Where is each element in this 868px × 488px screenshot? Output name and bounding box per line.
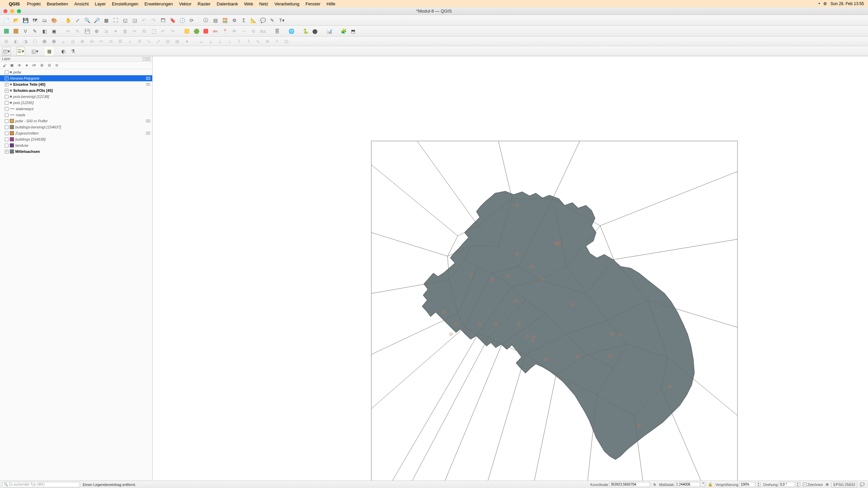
zoom-out-button[interactable]: 🔎 [92,16,101,25]
new-memory-button[interactable]: ◧ [40,27,49,36]
zoom-next-button[interactable]: ↷ [149,16,158,25]
voronoi-edge[interactable] [371,232,448,256]
rotation-input[interactable] [779,482,795,487]
voronoi-edge[interactable] [532,375,556,481]
move-label-button[interactable]: ↔ [239,27,248,36]
temporal-button[interactable]: 🕓 [178,16,186,25]
identify-button[interactable]: ⓘ [201,16,210,25]
layer-visibility-checkbox[interactable] [5,113,8,117]
menu-bearbeiten[interactable]: Bearbeiten [44,1,71,6]
snap2[interactable]: ⏚ [206,37,215,46]
adv-d9[interactable]: ⊕ [78,37,87,46]
add-vector-button[interactable] [2,27,11,36]
annotation-button[interactable]: ✎ [268,16,277,25]
snap5[interactable]: ⫲ [235,37,243,46]
menubar-clock[interactable]: Sun 28. Feb 13:55 [830,1,864,6]
layer-row[interactable]: buildings-bereinigt [154637] [0,124,152,130]
layers-panel-header[interactable]: Layer ▫× [0,56,152,62]
map-tips-button[interactable]: 💬 [258,16,267,25]
manage-visibility-icon[interactable]: 👁 [16,62,22,68]
menu-datenbank[interactable]: Datenbank [214,1,241,6]
layer-row[interactable]: ✓Mittelsachsen [0,148,152,155]
open-project-button[interactable]: 📂 [12,16,20,25]
adv-d19[interactable]: ⊞ [173,37,182,46]
adv-d15[interactable]: ↺ [135,37,144,46]
close-window-button[interactable] [3,9,7,13]
highlight-button[interactable] [201,27,210,36]
layer-row[interactable]: ✓Voronoi-Polygone⊡ [0,75,152,81]
add-group-icon[interactable]: ▣ [9,62,15,68]
layer-visibility-checkbox[interactable]: ✓ [5,83,8,86]
menu-raster[interactable]: Raster [195,1,214,6]
menu-hilfe[interactable]: Hilfe [323,1,338,6]
layer-row[interactable]: pois-bereinigt [12138] [0,94,152,100]
new-bookmark-button[interactable]: 🔖 [168,16,177,25]
new-map-view-button[interactable]: 🗔 [159,16,167,25]
layer-visibility-checkbox[interactable]: ✓ [5,77,8,80]
adv-d10[interactable]: ⊖ [87,37,96,46]
diagram-button[interactable]: 🟢 [192,27,201,36]
pan-to-selection-button[interactable]: ⤢ [73,16,82,25]
menu-projekt[interactable]: Projekt [24,1,44,6]
layer-visibility-checkbox[interactable] [5,125,8,129]
menu-web[interactable]: Web [241,1,256,6]
snap8[interactable]: ≋ [263,37,272,46]
deselect-button[interactable]: ◱▾ [31,47,39,56]
snap9[interactable]: ⌗ [273,37,281,46]
adv-d5[interactable]: ⬢ [40,37,49,46]
voronoi-edge[interactable] [371,314,458,354]
locator-search[interactable]: 🔍 Zu suchender Typ (⌘K) [2,482,80,487]
layer-visibility-checkbox[interactable] [5,131,8,135]
magnifier-input[interactable] [739,482,755,487]
filter-button[interactable]: ⚗ [68,47,77,56]
save-project-button[interactable]: 💾 [21,16,30,25]
copy-features-button[interactable]: ⧉ [140,27,149,36]
remove-layer-icon[interactable]: ⊖ [54,62,60,68]
toggle-editing-button[interactable]: ✎ [73,27,82,36]
voronoi-edge[interactable] [407,338,488,481]
save-edits-button[interactable]: 💾 [83,27,92,36]
edit-pencil-button[interactable]: ✏ [64,27,73,36]
layout-manager-button[interactable]: 🗂 [40,16,49,25]
refresh-button[interactable]: ⟳ [187,16,196,25]
select-all-button[interactable]: ▦ [45,47,54,56]
select-features-button[interactable]: ◰▾ [2,47,11,56]
adv-d8[interactable]: ◎ [68,37,77,46]
move-feature-button[interactable]: ⇲ [102,27,111,36]
layer-row[interactable]: ✓Einzelne Teile [45]⊡ [0,81,152,87]
menu-fenster[interactable]: Fenster [302,1,323,6]
pin-labels-button[interactable]: 📍 [220,27,229,36]
adv-d11[interactable]: ✂ [97,37,106,46]
panel-undock-icon[interactable]: ▫ [143,57,146,61]
plugin1-button[interactable]: 📊 [325,27,334,36]
toolbox-button[interactable]: ⚙ [230,16,239,25]
layer-row[interactable]: pofw - 500 m Puffer⊡ [0,118,152,124]
show-labels-button[interactable]: 👁 [230,27,239,36]
field-calc-button[interactable]: 🧮 [220,16,229,25]
rotation-spinner[interactable]: ▴▾ [796,482,800,487]
invert-selection-button[interactable]: ◐ [59,47,68,56]
new-shapefile-button[interactable]: V [21,27,30,36]
menu-erweiterungen[interactable]: Erweiterungen [141,1,176,6]
voronoi-edge[interactable] [485,354,526,481]
map-svg[interactable] [153,56,868,481]
zoom-layer-button[interactable]: ◲ [130,16,139,25]
new-print-layout-button[interactable]: 🗺 [31,16,39,25]
voronoi-edge[interactable] [553,141,580,199]
zoom-in-button[interactable]: 🔍 [83,16,92,25]
zoom-window-button[interactable] [17,9,21,13]
zoom-selection-button[interactable]: ◱ [121,16,130,25]
add-feature-button[interactable]: ⬢ [92,27,101,36]
layer-row[interactable]: landuse [0,142,152,148]
voronoi-edge[interactable] [498,141,512,199]
menu-verarbeitung[interactable]: Verarbeitung [271,1,302,6]
mittelsachsen-polygon[interactable] [422,191,694,460]
adv-d20[interactable]: ▾ [182,37,191,46]
python-button[interactable]: 🐍 [301,27,310,36]
voronoi-edge[interactable] [417,141,478,226]
menu-layer[interactable]: Layer [92,1,109,6]
adv-d3[interactable]: ◑ [21,37,30,46]
database-button[interactable]: 🗄 [273,27,281,36]
map-canvas[interactable] [153,56,868,481]
pan-button[interactable]: ✋ [64,16,73,25]
